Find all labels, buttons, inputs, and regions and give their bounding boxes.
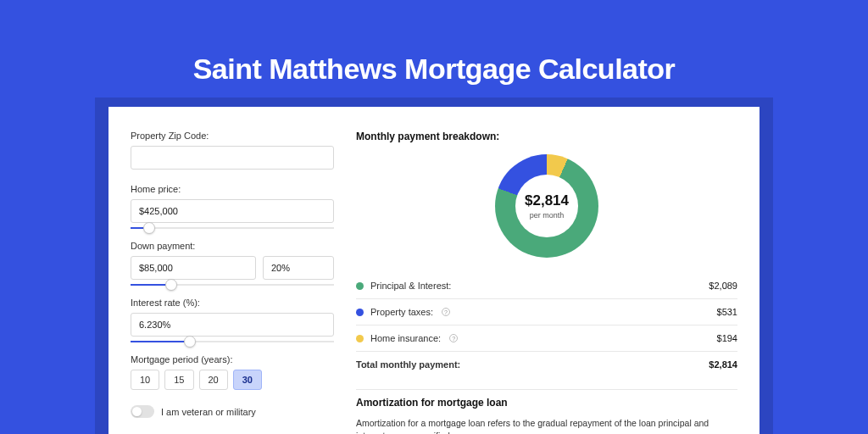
slider-thumb-icon[interactable]: [143, 222, 155, 234]
section-divider: [356, 389, 737, 390]
slider-thumb-icon[interactable]: [165, 279, 177, 291]
mortgage-period-options: 10 15 20 30: [131, 370, 334, 390]
mortgage-period-field: Mortgage period (years): 10 15 20 30: [131, 354, 334, 390]
veteran-label: I am veteran or military: [161, 407, 256, 417]
page-title: Saint Matthews Mortgage Calculator: [0, 0, 868, 86]
period-option-10[interactable]: 10: [131, 370, 159, 390]
period-option-15[interactable]: 15: [164, 370, 193, 390]
legend-value: $194: [717, 333, 737, 343]
legend-value: $2,089: [709, 281, 737, 291]
down-payment-slider[interactable]: [131, 284, 334, 286]
home-price-slider[interactable]: [131, 227, 334, 229]
donut-period: per month: [530, 211, 565, 220]
legend-total-label: Total monthly payment:: [356, 359, 460, 370]
legend-dot-icon: [356, 309, 364, 316]
payment-donut-chart: $2,814 per month: [495, 154, 598, 258]
info-icon[interactable]: ?: [449, 334, 458, 342]
legend-label: Home insurance:: [370, 333, 441, 343]
legend-label: Property taxes:: [370, 307, 433, 317]
zip-input[interactable]: [131, 146, 334, 170]
form-column: Property Zip Code: Home price: Down paym…: [131, 131, 334, 434]
breakdown-column: Monthly payment breakdown: $2,814 per mo…: [356, 131, 737, 434]
interest-rate-input[interactable]: [131, 313, 334, 337]
down-payment-input[interactable]: [131, 256, 256, 280]
legend-label: Principal & Interest:: [370, 281, 451, 291]
donut-wrap: $2,814 per month: [356, 154, 737, 258]
zip-label: Property Zip Code:: [131, 131, 334, 141]
slider-thumb-icon[interactable]: [184, 336, 196, 348]
legend-dot-icon: [356, 335, 364, 342]
divider: [356, 325, 737, 326]
legend: Principal & Interest: $2,089 Property ta…: [356, 275, 737, 376]
breakdown-title: Monthly payment breakdown:: [356, 131, 737, 142]
legend-row-total: Total monthly payment: $2,814: [356, 353, 737, 376]
amortization-text: Amortization for a mortgage loan refers …: [356, 417, 737, 434]
legend-dot-icon: [356, 282, 364, 290]
veteran-row: I am veteran or military: [131, 405, 334, 418]
down-payment-label: Down payment:: [131, 241, 334, 251]
interest-rate-field: Interest rate (%):: [131, 298, 334, 337]
down-payment-field: Down payment:: [131, 241, 334, 280]
toggle-knob-icon: [132, 407, 142, 416]
interest-rate-label: Interest rate (%):: [131, 298, 334, 308]
down-payment-percent-input[interactable]: [263, 256, 334, 280]
interest-rate-slider[interactable]: [131, 341, 334, 342]
home-price-input[interactable]: [131, 199, 334, 223]
calculator-card: Property Zip Code: Home price: Down paym…: [108, 107, 760, 434]
legend-value: $531: [717, 307, 737, 317]
veteran-toggle[interactable]: [131, 405, 154, 418]
home-price-field: Home price:: [131, 184, 334, 223]
divider: [356, 351, 737, 352]
mortgage-period-label: Mortgage period (years):: [131, 354, 334, 364]
amortization-title: Amortization for mortgage loan: [356, 397, 737, 409]
legend-row-taxes: Property taxes: ? $531: [356, 301, 737, 323]
zip-field: Property Zip Code:: [131, 131, 334, 170]
info-icon[interactable]: ?: [442, 308, 450, 316]
donut-amount: $2,814: [525, 192, 569, 209]
legend-row-principal: Principal & Interest: $2,089: [356, 275, 737, 297]
period-option-30[interactable]: 30: [233, 370, 262, 390]
donut-center: $2,814 per month: [515, 175, 578, 237]
period-option-20[interactable]: 20: [199, 370, 228, 390]
legend-row-insurance: Home insurance: ? $194: [356, 327, 737, 349]
legend-total-value: $2,814: [709, 359, 737, 370]
divider: [356, 298, 737, 299]
home-price-label: Home price:: [131, 184, 334, 194]
